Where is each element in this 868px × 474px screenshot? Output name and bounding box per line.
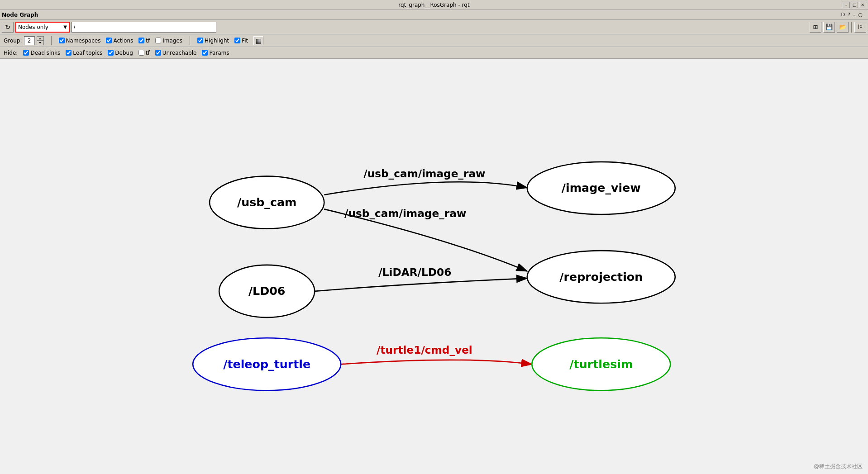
unreachable-checkbox[interactable] bbox=[155, 50, 161, 56]
actions-label: Actions bbox=[113, 38, 133, 44]
screenshot-icon: ⊞ bbox=[813, 24, 818, 30]
unreachable-label: Unreachable bbox=[162, 50, 197, 56]
highlight-option[interactable]: Highlight bbox=[197, 38, 229, 44]
save-button[interactable]: 💾 bbox=[823, 22, 835, 33]
filter-input[interactable] bbox=[72, 22, 216, 33]
title-bar: rqt_graph__RosGraph - rqt – □ ✕ bbox=[0, 0, 868, 10]
actions-checkbox[interactable] bbox=[106, 38, 112, 43]
dead-sinks-option[interactable]: Dead sinks bbox=[23, 50, 60, 56]
images-option[interactable]: Images bbox=[155, 38, 182, 44]
right-toolbar-buttons: ⊞ 💾 📂 🏳 bbox=[810, 22, 866, 33]
refresh-icon: ↻ bbox=[5, 24, 10, 31]
node-teleop-turtle-label: /teleop_turtle bbox=[223, 357, 310, 371]
toolbar-separator bbox=[851, 22, 852, 33]
dead-sinks-label: Dead sinks bbox=[30, 50, 60, 56]
edge-label-turtle1-cmd-vel: /turtle1/cmd_vel bbox=[377, 344, 472, 356]
menu-d[interactable]: D bbox=[841, 12, 845, 18]
window-title: rqt_graph__RosGraph - rqt bbox=[398, 2, 469, 8]
group-value: 2 bbox=[24, 36, 35, 45]
close-button[interactable]: ✕ bbox=[859, 2, 866, 8]
params-label: Params bbox=[209, 50, 229, 56]
menu-bar: Node Graph D ? – ○ bbox=[0, 10, 868, 20]
edge-ld06-reprojection bbox=[315, 278, 527, 291]
hide-tf-checkbox[interactable] bbox=[138, 50, 144, 56]
right-menu-area: D ? – ○ bbox=[841, 12, 863, 18]
fit-option[interactable]: Fit bbox=[234, 38, 248, 44]
hide-tf-label: tf bbox=[146, 50, 150, 56]
actions-option[interactable]: Actions bbox=[106, 38, 133, 44]
hide-label: Hide: bbox=[4, 50, 18, 56]
graph-canvas[interactable]: /usb_cam/image_raw /usb_cam/image_raw /L… bbox=[0, 59, 868, 474]
menu-circle[interactable]: ○ bbox=[858, 12, 863, 18]
params-option[interactable]: Params bbox=[202, 50, 229, 56]
load-icon: 📂 bbox=[839, 24, 846, 30]
nodes-only-label: Nodes only bbox=[18, 24, 48, 30]
images-label: Images bbox=[162, 38, 182, 44]
node-turtlesim-label: /turtlesim bbox=[569, 357, 633, 371]
highlight-checkbox[interactable] bbox=[197, 38, 203, 43]
options-sep2 bbox=[190, 36, 190, 45]
minimize-button[interactable]: – bbox=[843, 2, 850, 8]
screenshot-button[interactable]: ⊞ bbox=[810, 22, 821, 33]
fit-checkbox[interactable] bbox=[234, 38, 240, 43]
grid-icon: ▦ bbox=[256, 37, 262, 44]
edge-teleop-turtlesim bbox=[341, 360, 532, 364]
dead-sinks-checkbox[interactable] bbox=[23, 50, 29, 56]
edge-label-lidar-ld06: /LiDAR/LD06 bbox=[378, 266, 451, 278]
node-reprojection-label: /reprojection bbox=[559, 270, 643, 284]
params-checkbox[interactable] bbox=[202, 50, 208, 56]
group-increment[interactable]: ▲ bbox=[37, 36, 44, 41]
window-controls[interactable]: – □ ✕ bbox=[843, 2, 866, 8]
debug-option[interactable]: Debug bbox=[108, 50, 133, 56]
options-sep1 bbox=[51, 36, 52, 45]
namespaces-checkbox[interactable] bbox=[59, 38, 65, 43]
images-checkbox[interactable] bbox=[155, 38, 161, 43]
fit-label: Fit bbox=[242, 38, 248, 44]
debug-checkbox[interactable] bbox=[108, 50, 114, 56]
watermark: @稀土掘金技术社区 bbox=[814, 463, 863, 470]
group-control: Group: 2 ▲ ▼ bbox=[4, 36, 44, 45]
save-icon: 💾 bbox=[825, 24, 833, 30]
flag-icon: 🏳 bbox=[858, 24, 863, 30]
node-image-view-label: /image_view bbox=[562, 181, 641, 194]
debug-label: Debug bbox=[115, 50, 133, 56]
edge-label-usb-cam-image-raw-1: /usb_cam/image_raw bbox=[363, 167, 485, 180]
flag-button[interactable]: 🏳 bbox=[854, 22, 866, 33]
tf-checkbox[interactable] bbox=[138, 38, 144, 43]
main-window: Node Graph D ? – ○ ↻ Nodes only ▼ ⊞ 💾 bbox=[0, 10, 868, 474]
grid-button[interactable]: ▦ bbox=[253, 36, 263, 45]
refresh-button[interactable]: ↻ bbox=[2, 22, 14, 33]
nodes-only-dropdown[interactable]: Nodes only ▼ bbox=[15, 22, 70, 33]
hide-tf-option[interactable]: tf bbox=[138, 50, 150, 56]
unreachable-option[interactable]: Unreachable bbox=[155, 50, 197, 56]
edge-label-usb-cam-image-raw-2: /usb_cam/image_raw bbox=[344, 207, 466, 219]
toolbar: ↻ Nodes only ▼ ⊞ 💾 📂 🏳 bbox=[0, 20, 868, 34]
highlight-label: Highlight bbox=[205, 38, 229, 44]
options-bar: Group: 2 ▲ ▼ Namespaces Actions tf Image… bbox=[0, 34, 868, 47]
left-menu: Node Graph bbox=[2, 12, 42, 18]
load-button[interactable]: 📂 bbox=[837, 22, 849, 33]
tf-option[interactable]: tf bbox=[138, 38, 150, 44]
hide-bar: Hide: Dead sinks Leaf topics Debug tf Un… bbox=[0, 47, 868, 59]
namespaces-option[interactable]: Namespaces bbox=[59, 38, 101, 44]
leaf-topics-label: Leaf topics bbox=[73, 50, 102, 56]
group-label: Group: bbox=[4, 38, 22, 44]
dropdown-arrow: ▼ bbox=[63, 24, 67, 29]
maximize-button[interactable]: □ bbox=[851, 2, 858, 8]
namespaces-label: Namespaces bbox=[66, 38, 101, 44]
app-title: Node Graph bbox=[2, 12, 38, 18]
leaf-topics-option[interactable]: Leaf topics bbox=[66, 50, 102, 56]
tf-label: tf bbox=[146, 38, 150, 44]
node-usb-cam-label: /usb_cam bbox=[237, 195, 297, 209]
group-spinner[interactable]: ▲ ▼ bbox=[37, 36, 44, 45]
edge-usb-cam-image-view bbox=[324, 182, 527, 194]
menu-dash[interactable]: – bbox=[853, 12, 856, 18]
leaf-topics-checkbox[interactable] bbox=[66, 50, 72, 56]
node-ld06-label: /LD06 bbox=[248, 284, 286, 298]
graph-svg: /usb_cam/image_raw /usb_cam/image_raw /L… bbox=[0, 59, 868, 474]
group-decrement[interactable]: ▼ bbox=[37, 41, 44, 45]
menu-question[interactable]: ? bbox=[848, 12, 850, 18]
